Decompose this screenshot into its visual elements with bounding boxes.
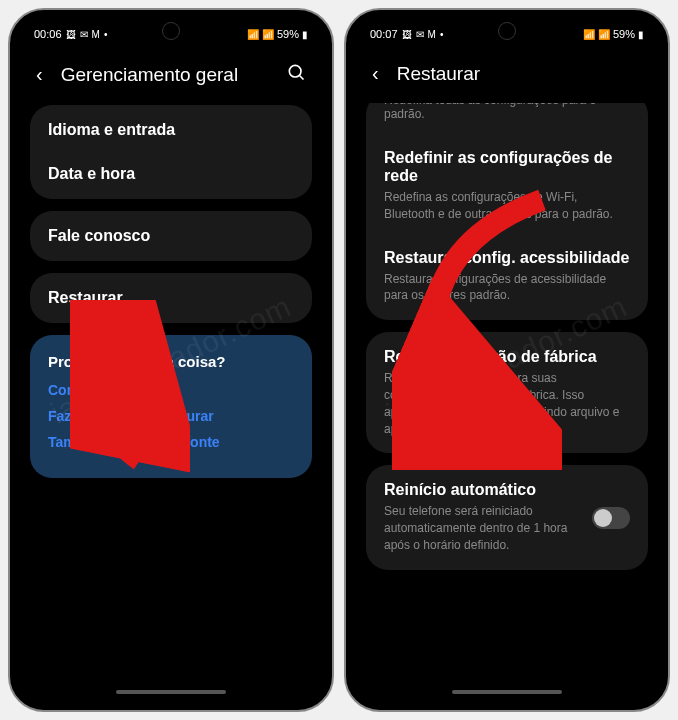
- content-left: Idioma e entrada Data e hora Fale conosc…: [20, 105, 322, 695]
- settings-group-2: Fale conosco: [30, 211, 312, 261]
- help-title: Procurando outra coisa?: [48, 353, 294, 370]
- reset-item[interactable]: Restaurar: [30, 273, 312, 323]
- back-icon[interactable]: ‹: [372, 62, 379, 85]
- image-icon: 🖼: [402, 29, 412, 40]
- message-icon: ✉: [416, 29, 424, 40]
- reset-network-item[interactable]: Redefinir as configurações de rede Redef…: [366, 133, 648, 239]
- status-left: 00:06 🖼 ✉ M •: [34, 28, 107, 40]
- auto-restart-row: Reinício automático Seu telefone será re…: [384, 481, 630, 553]
- contact-us-item[interactable]: Fale conosco: [30, 211, 312, 261]
- header: ‹ Gerenciamento geral: [20, 48, 322, 105]
- back-icon[interactable]: ‹: [36, 63, 43, 86]
- auto-restart-toggle[interactable]: [592, 507, 630, 529]
- header: ‹ Restaurar: [356, 48, 658, 103]
- content-right: Redefina todas as configurações para o p…: [356, 103, 658, 693]
- help-card: Procurando outra coisa? Contas Fazer bac…: [30, 335, 312, 478]
- status-right: 📶 📶 59% ▮: [247, 28, 308, 40]
- dot-icon: •: [440, 29, 444, 40]
- reset-accessibility-title: Restaurar config. acessibilidade: [384, 249, 630, 267]
- settings-group-3: Restaurar: [30, 273, 312, 323]
- status-time: 00:07: [370, 28, 398, 40]
- wifi-icon: 📶: [583, 29, 595, 40]
- svg-point-0: [289, 65, 301, 77]
- page-title: Restaurar: [397, 63, 642, 85]
- reset-settings-desc: Redefina todas as configurações para o p…: [366, 103, 648, 133]
- help-link-font[interactable]: Tamanho e estilo da fonte: [48, 434, 294, 450]
- status-right: 📶 📶 59% ▮: [583, 28, 644, 40]
- message-icon: ✉: [80, 29, 88, 40]
- status-left: 00:07 🖼 ✉ M •: [370, 28, 443, 40]
- help-link-backup[interactable]: Fazer backup e restaurar: [48, 408, 294, 424]
- image-icon: 🖼: [66, 29, 76, 40]
- signal-icon: 📶: [598, 29, 610, 40]
- mail-icon: M: [92, 29, 100, 40]
- settings-group-top: Redefina todas as configurações para o p…: [366, 103, 648, 320]
- auto-restart-desc: Seu telefone será reiniciado automaticam…: [384, 503, 582, 553]
- reset-accessibility-desc: Restaura configurações de acessibilidade…: [384, 271, 630, 305]
- camera-notch: [162, 22, 180, 40]
- page-title: Gerenciamento geral: [61, 64, 268, 86]
- auto-restart-title: Reinício automático: [384, 481, 582, 499]
- nav-handle[interactable]: [116, 690, 226, 694]
- screen-right: iacomputador.com 00:07 🖼 ✉ M • 📶 📶 59% ▮…: [356, 20, 658, 700]
- screen-left: iacomputador.com 00:06 🖼 ✉ M • 📶 📶 59% ▮…: [20, 20, 322, 700]
- settings-group-1: Idioma e entrada Data e hora: [30, 105, 312, 199]
- date-time-item[interactable]: Data e hora: [30, 155, 312, 199]
- auto-restart-item[interactable]: Reinício automático Seu telefone será re…: [366, 465, 648, 569]
- nav-handle[interactable]: [452, 690, 562, 694]
- language-input-item[interactable]: Idioma e entrada: [30, 105, 312, 155]
- status-time: 00:06: [34, 28, 62, 40]
- reset-network-title: Redefinir as configurações de rede: [384, 149, 630, 185]
- help-link-accounts[interactable]: Contas: [48, 382, 294, 398]
- dot-icon: •: [104, 29, 108, 40]
- mail-icon: M: [428, 29, 436, 40]
- search-icon[interactable]: [286, 62, 306, 87]
- battery-icon: ▮: [638, 29, 644, 40]
- factory-reset-desc: Redefina seu telefone para suas configur…: [384, 370, 630, 437]
- wifi-icon: 📶: [247, 29, 259, 40]
- auto-restart-text: Reinício automático Seu telefone será re…: [384, 481, 582, 553]
- auto-restart-group: Reinício automático Seu telefone será re…: [366, 465, 648, 569]
- battery-percent: 59%: [277, 28, 299, 40]
- camera-notch: [498, 22, 516, 40]
- phone-right: iacomputador.com 00:07 🖼 ✉ M • 📶 📶 59% ▮…: [344, 8, 670, 712]
- reset-network-desc: Redefina as configurações de Wi-Fi, Blue…: [384, 189, 630, 223]
- battery-percent: 59%: [613, 28, 635, 40]
- signal-icon: 📶: [262, 29, 274, 40]
- svg-line-1: [300, 76, 304, 80]
- factory-reset-group: Restaurar padrão de fábrica Redefina seu…: [366, 332, 648, 453]
- factory-reset-title: Restaurar padrão de fábrica: [384, 348, 630, 366]
- factory-reset-item[interactable]: Restaurar padrão de fábrica Redefina seu…: [366, 332, 648, 453]
- battery-icon: ▮: [302, 29, 308, 40]
- reset-accessibility-item[interactable]: Restaurar config. acessibilidade Restaur…: [366, 239, 648, 321]
- phone-left: iacomputador.com 00:06 🖼 ✉ M • 📶 📶 59% ▮…: [8, 8, 334, 712]
